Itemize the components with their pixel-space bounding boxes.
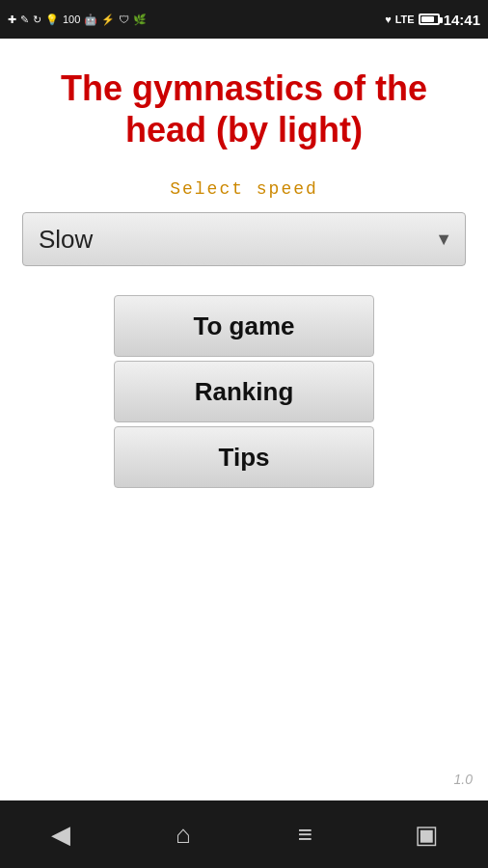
signal-label: LTE: [395, 14, 415, 25]
android-icon: 🤖: [84, 14, 97, 26]
security-icon: 🛡: [119, 14, 129, 25]
speed-dropdown-wrapper: Slow Medium Fast ▼: [22, 212, 466, 266]
refresh-icon: ↻: [33, 14, 41, 26]
status-bar-left: ✚ ✎ ↻ 💡 100 🤖 ⚡ 🛡 🌿: [8, 14, 147, 26]
nav-bar: ◀ ⌂ ≡ ▣: [0, 800, 488, 868]
status-bar: ✚ ✎ ↻ 💡 100 🤖 ⚡ 🛡 🌿 ♥ LTE 14:41: [0, 0, 488, 39]
page-title: The gymnastics of the head (by light): [15, 68, 473, 150]
usb-icon: ⚡: [101, 14, 115, 26]
select-speed-label: Select speed: [170, 179, 318, 199]
heart-icon: ♥: [385, 14, 392, 25]
battery-icon: [419, 14, 440, 25]
recent-apps-button[interactable]: ▣: [398, 810, 456, 858]
back-button[interactable]: ◀: [32, 810, 90, 858]
menu-button[interactable]: ≡: [276, 810, 334, 858]
leaf-icon: 🌿: [133, 14, 147, 26]
battery-percent: 100: [63, 14, 80, 25]
status-time: 14:41: [444, 12, 480, 28]
brightness-icon: 💡: [45, 14, 59, 26]
speed-dropdown[interactable]: Slow Medium Fast: [22, 212, 466, 266]
version-label: 1.0: [454, 772, 473, 787]
edit-icon: ✎: [20, 14, 29, 26]
tips-button[interactable]: Tips: [114, 426, 374, 488]
main-content: The gymnastics of the head (by light) Se…: [0, 39, 488, 800]
to-game-button[interactable]: To game: [114, 295, 374, 357]
ranking-button[interactable]: Ranking: [114, 361, 374, 422]
menu-buttons: To game Ranking Tips: [114, 295, 374, 488]
home-button[interactable]: ⌂: [154, 810, 212, 858]
add-icon: ✚: [8, 14, 16, 26]
status-bar-right: ♥ LTE 14:41: [385, 12, 480, 28]
